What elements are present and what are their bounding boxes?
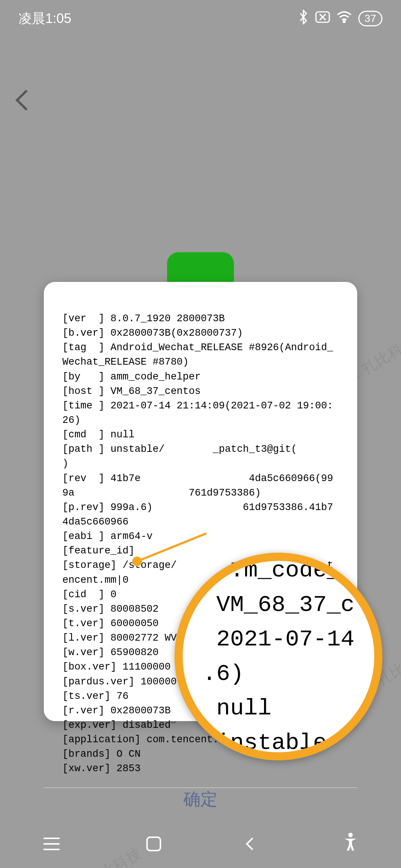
notification-icon [315,11,330,26]
svg-point-2 [348,833,353,837]
chevron-left-icon [16,90,37,111]
bluetooth-icon [298,10,309,28]
magnifier-lens: .m_code_ VM_68_37_c 2021-07-14 .6) null … [175,553,382,760]
recent-apps-button[interactable] [43,838,60,850]
home-button[interactable] [146,836,161,851]
wifi-icon [337,11,352,26]
status-time: 凌晨1:05 [19,10,71,28]
accessibility-button[interactable] [343,833,358,855]
magnifier-text: .m_code_ VM_68_37_c 2021-07-14 .6) null … [202,553,354,760]
android-nav-bar [0,820,401,868]
back-button[interactable] [19,93,33,108]
nav-back-button[interactable] [246,838,258,850]
battery-indicator: 37 [358,11,382,26]
status-bar: 凌晨1:05 37 [0,0,401,37]
dialog-footer: 确定 [44,788,357,811]
status-right: 37 [298,10,382,28]
ok-button[interactable]: 确定 [183,788,218,811]
svg-point-1 [343,21,345,23]
